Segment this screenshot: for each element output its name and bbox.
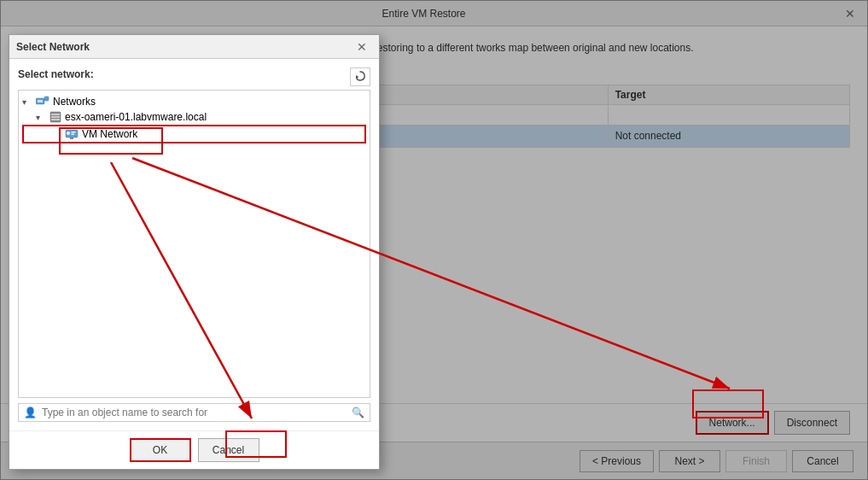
- svg-rect-16: [51, 119, 60, 120]
- dialog-cancel-button[interactable]: Cancel: [198, 438, 259, 462]
- tree-label-esx: esx-oameri-01.labvmware.local: [65, 111, 207, 123]
- svg-rect-14: [51, 114, 60, 115]
- dialog-footer: OK Cancel: [9, 430, 379, 469]
- svg-rect-10: [38, 100, 43, 102]
- dialog-titlebar: Select Network ✕: [9, 35, 379, 59]
- server-icon: [50, 111, 61, 123]
- tree-label-vmnetwork: VM Network: [82, 128, 137, 140]
- svg-point-18: [67, 132, 70, 135]
- svg-rect-19: [72, 132, 76, 133]
- svg-rect-21: [70, 138, 73, 139]
- refresh-button[interactable]: [350, 67, 370, 86]
- search-bar: 👤 🔍: [18, 403, 370, 422]
- tree-node-vmnetwork[interactable]: ▾ VM Network: [22, 125, 366, 143]
- search-icon: 🔍: [352, 407, 364, 419]
- expand-networks-arrow: ▾: [22, 97, 32, 107]
- refresh-icon: [354, 70, 366, 82]
- dialog-tree-header: Select network:: [18, 67, 370, 86]
- dialog-select-label: Select network:: [18, 68, 94, 80]
- tree-node-esx[interactable]: ▾ esx-oameri-01.labvmware.local: [22, 109, 366, 125]
- svg-rect-15: [51, 116, 60, 118]
- tree-node-networks[interactable]: ▾ Networks: [22, 94, 366, 109]
- svg-marker-8: [356, 75, 359, 79]
- dialog-title: Select Network: [16, 41, 90, 53]
- person-icon: 👤: [24, 407, 37, 419]
- expand-esx-arrow: ▾: [36, 113, 46, 122]
- svg-rect-11: [44, 97, 49, 101]
- dialog-ok-button[interactable]: OK: [130, 438, 191, 462]
- networks-icon: [36, 96, 50, 108]
- search-input[interactable]: [42, 407, 347, 419]
- tree-area: ▾ Networks ▾ esx-oameri-01.lab: [18, 90, 370, 398]
- select-network-dialog: Select Network ✕ Select network: ▾: [9, 34, 380, 470]
- svg-rect-20: [72, 134, 75, 136]
- dialog-close-button[interactable]: ✕: [352, 39, 372, 55]
- dialog-body: Select network: ▾ Networks: [9, 59, 379, 430]
- vm-network-icon: [65, 128, 79, 140]
- tree-label-networks: Networks: [53, 96, 96, 108]
